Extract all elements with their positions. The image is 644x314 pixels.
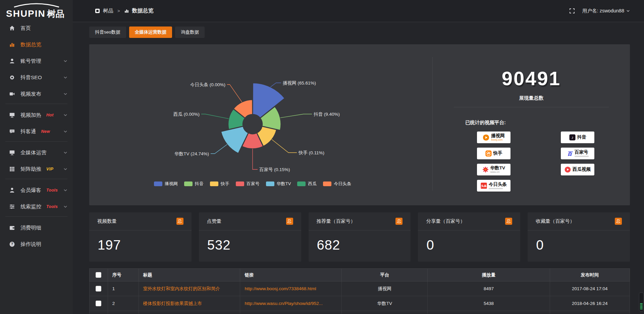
pie-label-播视网: 播视网 (65.61%) xyxy=(283,81,316,86)
select-all-checkbox[interactable] xyxy=(96,272,101,278)
chevron-down-icon xyxy=(63,205,67,209)
baijiahao-logo-icon: 百 xyxy=(567,150,573,157)
row-checkbox[interactable] xyxy=(96,301,101,306)
stat-card-title: 分享量（百家号） xyxy=(426,218,465,224)
sidebar-item-label: 消费明细 xyxy=(20,224,41,231)
legend-label: 今日头条 xyxy=(334,181,351,187)
pie-label-line xyxy=(227,85,242,102)
total-badge[interactable]: 总 xyxy=(395,218,402,225)
scroll-widget[interactable] xyxy=(639,293,644,311)
column-header-标题: 标题 xyxy=(139,269,240,281)
main-content: 抖音seo数据全媒体运营数据询盘数据 播视网 (65.61%)抖音 (9.40%… xyxy=(73,22,644,314)
cell-plays: 5438 xyxy=(428,296,550,311)
legend-item-快手[interactable]: 快手 xyxy=(210,181,229,187)
legend-item-今日头条[interactable]: 今日头条 xyxy=(323,181,351,187)
help-icon: ? xyxy=(9,241,15,247)
column-header-平台: 平台 xyxy=(342,269,428,281)
platform-badge-name: 西瓜视频 xyxy=(573,167,591,172)
legend-item-播视网[interactable]: 播视网 xyxy=(154,181,178,187)
sidebar-item-抖音SEO[interactable]: 抖音SEO xyxy=(0,71,73,84)
tab-询盘数据[interactable]: 询盘数据 xyxy=(175,27,205,38)
sidebar-item-首页[interactable]: 首页 xyxy=(0,21,73,35)
legend-swatch xyxy=(266,181,274,186)
sidebar-divider xyxy=(5,104,67,104)
stat-card-收藏量（百家号）: 收藏量（百家号）总0 xyxy=(528,212,630,262)
legend-item-西瓜[interactable]: 西瓜 xyxy=(297,181,317,187)
chart-panel: 播视网 (65.61%)抖音 (9.40%)快手 (0.11%)百家号 (0.1… xyxy=(89,44,630,205)
platform-badge-西瓜视频: 西瓜视频 xyxy=(561,164,594,175)
legend-label: 百家号 xyxy=(247,181,260,187)
stat-card-title: 收藏量（百家号） xyxy=(536,218,575,224)
platform-badges: 播视网boosj.com快手华数TVwasu.cn头条今日头条♪抖音百百家号西瓜… xyxy=(433,132,630,192)
wasu-logo-icon xyxy=(482,166,489,173)
sidebar-item-账号管理[interactable]: 账号管理 xyxy=(0,54,73,68)
sidebar-item-全媒体运营[interactable]: 全媒体运营 xyxy=(0,146,73,159)
fullscreen-icon[interactable] xyxy=(569,8,575,14)
stat-card-title: 点赞量 xyxy=(207,218,222,224)
cell-title[interactable]: 室外水纹灯和室内水纹灯的区别和简介 xyxy=(139,281,240,296)
sidebar-item-tag: Hot xyxy=(46,113,54,117)
stat-cards: 视频数量总197点赞量总532推荐量（百家号）总682分享量（百家号）总0收藏量… xyxy=(89,212,630,262)
cell-link[interactable]: http://www.boosj.com/7338468.html xyxy=(240,281,342,296)
platform-badges-left: 播视网boosj.com快手华数TVwasu.cn头条今日头条 xyxy=(477,132,511,192)
sidebar-item-label: 视频发布 xyxy=(20,91,41,98)
stat-card-title: 推荐量（百家号） xyxy=(317,218,356,224)
sidebar-item-抖客通[interactable]: 抖客通New xyxy=(0,125,73,138)
sidebar-item-label: 视频加热 xyxy=(20,112,41,119)
total-badge[interactable]: 总 xyxy=(286,218,293,225)
video-table-wrap: 序号标题链接平台播放量发布时间1室外水纹灯和室内水纹灯的区别和简介http://… xyxy=(89,268,630,314)
legend-item-抖音[interactable]: 抖音 xyxy=(184,181,204,187)
column-header-发布时间: 发布时间 xyxy=(550,269,630,281)
user-menu[interactable]: 用户名: zswodun88 xyxy=(582,8,630,14)
cell-time: 2018-04-26 16:24 xyxy=(550,296,630,311)
tab-全媒体运营数据[interactable]: 全媒体运营数据 xyxy=(129,27,172,38)
platform-badge-今日头条: 头条今日头条 xyxy=(477,180,511,192)
total-badge[interactable]: 总 xyxy=(505,218,512,225)
sidebar: SHUPIN 树品 首页数据总览账号管理抖音SEO视频发布视频加热Hot抖客通N… xyxy=(0,0,73,314)
svg-text:树品: 树品 xyxy=(47,9,64,19)
pie-slice-华数TV[interactable] xyxy=(221,126,249,154)
sidebar-item-矩阵助推[interactable]: 矩阵助推VIP xyxy=(0,162,73,176)
sidebar-item-会员爆客[interactable]: 会员爆客Tools xyxy=(0,184,73,197)
chevron-down-icon xyxy=(63,129,67,134)
monitor-icon xyxy=(9,150,15,156)
stat-card-value: 0 xyxy=(528,230,630,253)
platform-badge-name: 快手 xyxy=(493,151,502,156)
sidebar-item-视频加热[interactable]: 视频加热Hot xyxy=(0,108,73,122)
cell-title[interactable]: 楼体投影灯投影效果震撼上市 xyxy=(139,296,240,311)
legend-label: 华数TV xyxy=(277,181,291,187)
column-header-链接: 链接 xyxy=(240,269,342,281)
impressions-panel: 90491 展现量总数 已统计的视频平台: 播视网boosj.com快手华数TV… xyxy=(433,44,630,205)
total-badge[interactable]: 总 xyxy=(615,218,622,225)
sidebar-item-label: 矩阵助推 xyxy=(20,166,41,173)
breadcrumb-app[interactable]: 树品 xyxy=(103,7,113,14)
sidebar-item-label: 线索监控 xyxy=(20,203,41,210)
svg-text:SHUPIN: SHUPIN xyxy=(6,8,46,19)
sidebar-item-线索监控[interactable]: 线索监控Tools xyxy=(0,200,73,213)
sidebar-item-tag: Tools xyxy=(46,188,58,193)
sidebar-item-视频发布[interactable]: 视频发布 xyxy=(0,87,73,101)
pie-label-抖音: 抖音 (9.40%) xyxy=(314,112,340,117)
sidebar-item-消费明细[interactable]: 消费明细 xyxy=(0,221,73,234)
total-badge[interactable]: 总 xyxy=(176,218,183,225)
sidebar-item-数据总览[interactable]: 数据总览 xyxy=(0,38,73,51)
sidebar-item-label: 抖客通 xyxy=(20,128,36,135)
cell-link[interactable]: http://www.wasu.cn/Play/show/id/952... xyxy=(240,296,342,311)
stat-card-点赞量: 点赞量总532 xyxy=(199,212,301,262)
row-checkbox[interactable] xyxy=(96,286,101,292)
pie-label-西瓜: 西瓜 (0.00%) xyxy=(173,112,200,117)
app-logo[interactable]: SHUPIN 树品 xyxy=(0,0,73,19)
tab-抖音seo数据[interactable]: 抖音seo数据 xyxy=(89,27,126,38)
legend-item-百家号[interactable]: 百家号 xyxy=(236,181,260,187)
sidebar-item-操作说明[interactable]: ?操作说明 xyxy=(0,238,73,251)
stat-card-value: 0 xyxy=(418,230,520,253)
sidebar-item-label: 会员爆客 xyxy=(20,187,41,194)
legend-item-华数TV[interactable]: 华数TV xyxy=(266,181,291,187)
sidebar-item-label: 首页 xyxy=(20,25,31,32)
table-row-partial xyxy=(90,311,630,314)
cell-platform: 华数TV xyxy=(342,296,428,311)
app-square-icon xyxy=(95,8,100,13)
legend-label: 快手 xyxy=(221,181,229,187)
sidebar-divider xyxy=(5,141,67,142)
sidebar-item-tag: New xyxy=(41,129,50,134)
